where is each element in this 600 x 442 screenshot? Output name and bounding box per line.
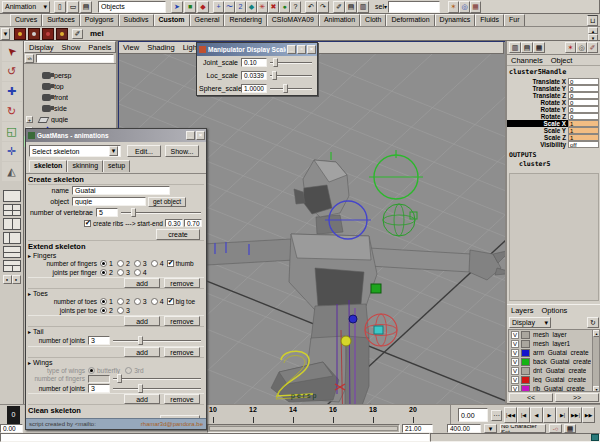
step-fwd-key-button[interactable]: ▶▶| [569,407,582,423]
trash-icon[interactable]: ⊔ [587,15,598,26]
tab-fur[interactable]: Fur [504,14,525,26]
anim-end-field[interactable]: 400.00 [447,424,481,433]
viewport-menu-shading[interactable]: Shading [143,43,179,52]
close-icon[interactable]: × [307,45,316,54]
wings-fingers-slider[interactable] [113,374,201,383]
snap-curve-icon[interactable]: 〜 [224,1,235,13]
layer-color-swatch[interactable] [521,385,530,393]
show-button[interactable]: Show... [165,145,199,157]
tab-cloth[interactable]: Cloth [360,14,386,26]
layer-color-swatch[interactable] [521,331,530,339]
layer-row[interactable]: Varm_Guatai_create [509,348,599,357]
layer-row[interactable]: Vrib_Guatai_create [509,384,599,392]
channel-row[interactable]: Scale Y1 [507,127,600,134]
layout-persp-outliner-button[interactable] [3,232,21,244]
show-manip-icon[interactable]: ✶ [448,1,459,13]
layer-row[interactable]: Vback_Guatai_create [509,357,599,366]
edit-button[interactable]: Edit... [127,145,161,157]
channel-value[interactable]: 0 [568,78,599,85]
outliner-item-side[interactable]: side [24,103,116,114]
joint-scale-input[interactable]: 0.10 [241,58,267,67]
layer-visibility-toggle[interactable]: V [511,367,519,375]
layer-row[interactable]: Vleg_Guatai_create [509,375,599,384]
rotate-tool-icon[interactable]: ↻ [2,102,22,121]
toes-add-button[interactable]: add [124,316,160,326]
channel-row[interactable]: Translate X0 [507,78,600,85]
channel-value[interactable]: off [568,141,599,148]
outliner-menu-show[interactable]: Show [58,43,85,52]
shelf-item-icon[interactable] [28,28,40,40]
fingers-frame-header[interactable]: ▸Fingers [28,251,204,259]
tab-polygons[interactable]: Polygons [80,14,119,26]
help-icon[interactable]: ? [290,1,301,13]
finger-joints-2-radio[interactable] [100,269,107,276]
name-input[interactable]: Guatai [72,186,170,195]
layers-display-dropdown[interactable]: Display ▾ [509,317,551,328]
channel-value[interactable]: 0 [568,106,599,113]
current-time-field[interactable]: 0.00 [458,408,488,422]
toolbox-extra-button[interactable]: ● [3,275,12,284]
fingers-4-radio[interactable] [151,260,158,267]
vertebrae-input[interactable]: 5 [96,208,118,217]
maximize-icon[interactable]: ▫ [297,45,306,54]
layer-visibility-toggle[interactable]: V [511,358,519,366]
layout-persp-graph-button[interactable] [3,246,21,258]
render-globals-icon[interactable]: ▤ [345,1,357,13]
layer-color-swatch[interactable] [521,340,530,348]
tab-skeleton[interactable]: skeleton [29,160,67,172]
viewport-menu-view[interactable]: View [119,43,143,52]
menu-options[interactable]: Options [538,306,572,315]
ribs-start-input[interactable]: 0.30 [165,219,183,227]
manip-window-titlebar[interactable]: Manipulator Display Scale _ ▫ × [197,43,317,56]
recycle-icon[interactable]: ↻ [587,317,599,328]
playback-end-field[interactable]: 21.00 [402,424,433,433]
shelf-script-icon[interactable]: ✐ [72,29,83,39]
manip-mode-icon[interactable]: ✶ [565,42,576,53]
ribs-end-input[interactable]: 0.70 [184,219,202,227]
fingers-remove-button[interactable]: remove [164,278,200,288]
play-button[interactable]: ▶ [543,407,556,423]
joint-scale-slider[interactable] [270,58,312,67]
select-object-icon[interactable]: ■ [184,1,196,13]
tab-subdivs[interactable]: Subdivs [119,14,154,26]
quick-select-input[interactable] [388,1,440,13]
undo-icon[interactable]: ↶ [305,1,317,13]
lasso-tool-icon[interactable]: ↺ [2,62,22,81]
wings-fingers-input[interactable] [88,375,110,383]
channel-row[interactable]: Scale Z1 [507,134,600,141]
wings-add-button[interactable]: add [124,394,160,404]
object-input[interactable]: gugie [72,197,146,206]
snap-point-icon[interactable]: 2 [235,1,246,13]
footer-email-link[interactable]: rhamar3d@pandora.be [141,421,203,427]
outliner-item-gugie[interactable]: + gugie [24,114,116,125]
go-to-end-button[interactable]: ▶▶ [582,407,595,423]
thumb-checkbox[interactable] [167,260,174,267]
range-slider-bar[interactable] [207,424,400,433]
tab-dynamics[interactable]: Dynamics [435,14,476,26]
finger-joints-4-radio[interactable] [134,269,141,276]
toes-4-radio[interactable] [151,298,158,305]
layer-color-swatch[interactable] [521,349,530,357]
tab-fluids[interactable]: Fluids [475,14,504,26]
channel-row[interactable]: Visibilityoff [507,141,600,148]
bigtoe-checkbox[interactable] [167,298,174,305]
shelf-item-icon[interactable] [42,28,54,40]
layers-page-next-button[interactable]: >> [555,393,599,402]
tab-deformation[interactable]: Deformation [386,14,434,26]
history-icon[interactable]: ● [279,1,290,13]
toolbox-extra-button[interactable]: ● [12,275,21,284]
shelf-scroll-down[interactable]: ▾ [588,34,598,41]
selection-mask-dropdown[interactable]: Objects [98,1,166,13]
toe-joints-3-radio[interactable] [117,307,124,314]
channel-output-node[interactable]: cluster5 [507,159,600,168]
get-object-button[interactable]: get object [148,197,186,207]
tail-add-button[interactable]: add [124,347,160,357]
outliner-filter-input[interactable] [36,54,114,63]
hypershade-icon[interactable]: ◎ [459,1,470,13]
layer-visibility-toggle[interactable]: V [511,331,519,339]
open-scene-icon[interactable]: ▭ [67,1,79,13]
render-icon[interactable]: ✐ [333,1,345,13]
toes-3-radio[interactable] [134,298,141,305]
layer-visibility-toggle[interactable]: V [511,385,519,393]
channel-row[interactable]: Translate Y0 [507,85,600,92]
